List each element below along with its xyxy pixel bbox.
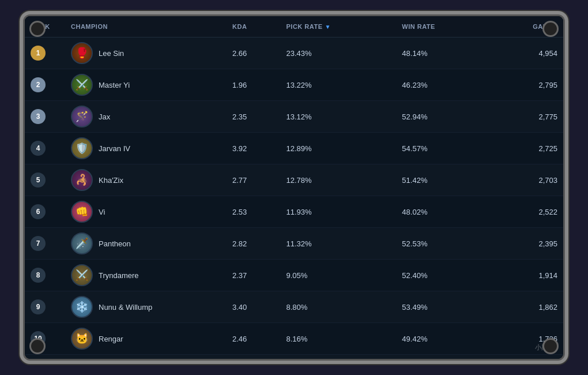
kda-cell: 2.35 [227, 101, 281, 133]
win-rate-cell: 54.57% [396, 133, 488, 164]
rank-badge: 8 [31, 268, 46, 283]
champion-cell: ⚔️ Tryndamere [65, 260, 227, 291]
champion-avatar: 🗡️ [71, 232, 93, 254]
champion-cell: 🪄 Jax [65, 101, 227, 133]
win-rate-cell: 53.49% [396, 291, 488, 323]
champion-name: Master Yi [99, 81, 130, 89]
corner-bl [29, 338, 46, 354]
win-rate-cell: 51.42% [396, 164, 488, 196]
table-row: 2 ⚔️ Master Yi 1.96 13.22% 46.23% 2,795 [25, 69, 563, 101]
games-cell: 2,703 [488, 164, 563, 196]
champion-cell: 🦂 Kha'Zix [65, 164, 227, 196]
rank-badge: 2 [31, 77, 46, 92]
rank-cell: 9 [25, 291, 65, 323]
champion-avatar: ⚔️ [71, 264, 93, 286]
kda-cell: 1.96 [227, 69, 281, 101]
table-row: 6 👊 Vi 2.53 11.93% 48.02% 2,522 [25, 196, 563, 228]
col-champion: Champion [65, 16, 227, 38]
col-pick-rate[interactable]: Pick Rate ▼ [281, 16, 397, 38]
table-row: 8 ⚔️ Tryndamere 2.37 9.05% 52.40% 1,914 [25, 260, 563, 291]
champion-name: Lee Sin [99, 49, 124, 58]
win-rate-cell: 48.02% [396, 196, 488, 228]
pick-rate-cell: 12.78% [281, 164, 397, 196]
win-rate-cell: 46.23% [396, 69, 488, 101]
rank-badge: 5 [31, 172, 46, 187]
rank-badge: 9 [31, 299, 46, 314]
table-row: 9 ❄️ Nunu & Willump 3.40 8.80% 53.49% 1,… [25, 291, 563, 323]
table-row: 5 🦂 Kha'Zix 2.77 12.78% 51.42% 2,703 [25, 164, 563, 196]
win-rate-cell: 48.14% [396, 38, 488, 69]
games-cell: 1,862 [488, 291, 563, 323]
table-row: 3 🪄 Jax 2.35 13.12% 52.94% 2,775 [25, 101, 563, 133]
col-kda: KDA [227, 16, 281, 38]
corner-tl [29, 21, 46, 37]
games-cell: 2,775 [488, 101, 563, 133]
champion-name: Vi [99, 208, 105, 216]
champion-avatar: 🥊 [71, 42, 93, 64]
champion-cell: ⚔️ Master Yi [65, 69, 227, 101]
champion-name: Pantheon [99, 239, 131, 248]
rank-badge: 7 [31, 236, 46, 251]
kda-cell: 2.46 [227, 323, 281, 355]
table-container: Rank Champion KDA Pick Rate ▼ Win Rate G… [25, 16, 563, 359]
champion-avatar: 👊 [71, 201, 93, 223]
kda-cell: 2.53 [227, 196, 281, 228]
champion-cell: 🛡️ Jarvan IV [65, 133, 227, 164]
champion-avatar: ⚔️ [71, 74, 93, 96]
champion-name: Jax [99, 112, 110, 121]
pick-rate-cell: 11.32% [281, 228, 397, 260]
rank-cell: 3 [25, 101, 65, 133]
table-row: 1 🥊 Lee Sin 2.66 23.43% 48.14% 4,954 [25, 38, 563, 69]
champion-table: Rank Champion KDA Pick Rate ▼ Win Rate G… [25, 16, 563, 355]
win-rate-cell: 49.42% [396, 323, 488, 355]
champion-name: Rengar [99, 335, 123, 343]
games-cell: 2,795 [488, 69, 563, 101]
rank-badge: 3 [31, 109, 46, 124]
kda-cell: 3.92 [227, 133, 281, 164]
champion-cell: 🐱 Rengar [65, 323, 227, 355]
table-row: 10 🐱 Rengar 2.46 8.16% 49.42% 1,726 [25, 323, 563, 355]
rank-badge: 4 [31, 141, 46, 156]
champion-avatar: 🐱 [71, 328, 93, 350]
games-cell: 4,954 [488, 38, 563, 69]
rank-badge: 1 [31, 46, 46, 61]
pick-rate-cell: 8.80% [281, 291, 397, 323]
corner-br [542, 338, 559, 354]
win-rate-cell: 52.53% [396, 228, 488, 260]
win-rate-cell: 52.40% [396, 260, 488, 291]
col-win-rate: Win Rate [396, 16, 488, 38]
rank-cell: 6 [25, 196, 65, 228]
champion-name: Jarvan IV [99, 144, 130, 153]
rank-cell: 5 [25, 164, 65, 196]
kda-cell: 2.77 [227, 164, 281, 196]
pick-rate-cell: 9.05% [281, 260, 397, 291]
rank-cell: 4 [25, 133, 65, 164]
kda-cell: 2.37 [227, 260, 281, 291]
main-frame: Rank Champion KDA Pick Rate ▼ Win Rate G… [23, 14, 565, 361]
rank-cell: 1 [25, 38, 65, 69]
champion-name: Kha'Zix [99, 176, 123, 185]
champion-name: Tryndamere [99, 271, 139, 280]
kda-cell: 2.82 [227, 228, 281, 260]
pick-rate-cell: 8.16% [281, 323, 397, 355]
champion-cell: 👊 Vi [65, 196, 227, 228]
champion-avatar: 🪄 [71, 106, 93, 127]
corner-tr [542, 21, 559, 37]
champion-avatar: 🛡️ [71, 137, 93, 159]
kda-cell: 3.40 [227, 291, 281, 323]
pick-rate-cell: 11.93% [281, 196, 397, 228]
games-cell: 2,522 [488, 196, 563, 228]
champion-cell: 🥊 Lee Sin [65, 38, 227, 69]
pick-rate-cell: 12.89% [281, 133, 397, 164]
kda-cell: 2.66 [227, 38, 281, 69]
games-cell: 2,395 [488, 228, 563, 260]
table-header-row: Rank Champion KDA Pick Rate ▼ Win Rate G… [25, 16, 563, 38]
champion-avatar: 🦂 [71, 169, 93, 191]
rank-cell: 8 [25, 260, 65, 291]
pick-rate-cell: 13.12% [281, 101, 397, 133]
pick-rate-cell: 13.22% [281, 69, 397, 101]
games-cell: 1,914 [488, 260, 563, 291]
champion-name: Nunu & Willump [99, 303, 152, 312]
games-cell: 2,725 [488, 133, 563, 164]
rank-cell: 7 [25, 228, 65, 260]
